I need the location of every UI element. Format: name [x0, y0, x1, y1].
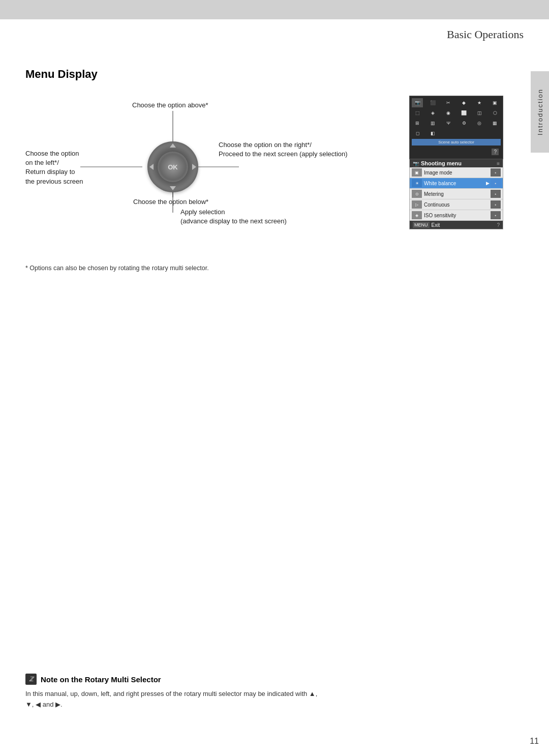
camera-icon: 📷	[412, 98, 423, 107]
introduction-tab: Introduction	[531, 71, 549, 153]
label-above: Choose the option above*	[132, 101, 208, 110]
white-balance-arrow: ▶	[486, 181, 490, 186]
camera-menu-items: 📷 Shooting menu ≡ ▣ Image mode ▪ ☀ White…	[409, 159, 503, 229]
icon-row-4: ◻ ◧	[412, 129, 501, 138]
metering-icon: ⊙	[412, 190, 422, 198]
icon-16: ⚙	[459, 119, 470, 128]
label-below: Choose the option below*	[133, 197, 208, 207]
scene-auto-label: Scene auto selector	[412, 139, 501, 146]
icon-13: ⊞	[412, 119, 423, 128]
arrow-down-icon	[170, 186, 176, 190]
icon-14: ▥	[428, 119, 439, 128]
icon-17: ◎	[474, 119, 485, 128]
icon-19: ◻	[412, 129, 423, 138]
menu-header: 📷 Shooting menu ≡	[410, 159, 503, 167]
introduction-label: Introduction	[536, 89, 544, 135]
icon-21	[443, 129, 454, 138]
menu-item-iso: ◈ ISO sensitivity ▪	[410, 210, 503, 221]
menu-header-icon: 📷	[413, 161, 419, 166]
arrow-right-icon	[192, 164, 196, 170]
label-right: Choose the option on the right*/ Proceed…	[219, 140, 361, 159]
white-balance-label: White balance	[424, 181, 486, 186]
menu-item-continuous: ▷ Continuous ▪	[410, 199, 503, 210]
icon-12: ⬡	[490, 108, 501, 118]
iso-label: ISO sensitivity	[424, 213, 490, 218]
icon-4: ◆	[459, 98, 470, 107]
inner-ring: OK	[158, 152, 188, 182]
footnote: * Options can also be chosen by rotating…	[25, 264, 209, 273]
outer-ring: OK	[147, 141, 198, 192]
note-title-row: ℤ Note on the Rotary Multi Selector	[25, 674, 498, 685]
image-mode-val: ▪	[491, 168, 501, 177]
icon-24	[490, 129, 501, 138]
icon-18: ▦	[490, 119, 501, 128]
image-mode-label: Image mode	[424, 170, 490, 176]
iso-val: ▪	[491, 211, 501, 219]
icon-11: ◫	[474, 108, 485, 118]
icon-23	[474, 129, 485, 138]
ok-label: OK	[168, 163, 178, 171]
top-bar	[0, 0, 549, 19]
icon-6: ▣	[490, 98, 501, 107]
metering-label: Metering	[424, 191, 490, 197]
ok-button: OK	[147, 141, 198, 192]
icon-3: ✂	[443, 98, 454, 107]
label-apply: Apply selection (advance display to the …	[180, 208, 333, 226]
note-body: In this manual, up, down, left, and righ…	[25, 689, 498, 710]
menu-item-metering: ⊙ Metering ▪	[410, 189, 503, 199]
metering-val: ▪	[491, 190, 501, 198]
label-left: Choose the option on the left*/ Return d…	[25, 149, 122, 186]
menu-item-image-mode: ▣ Image mode ▪	[410, 167, 503, 178]
icon-8: ◈	[428, 108, 439, 118]
continuous-label: Continuous	[424, 202, 490, 208]
white-balance-val: ▪	[491, 179, 501, 187]
icon-7: ⬚	[412, 108, 423, 118]
arrow-up-icon	[170, 143, 176, 148]
page-number: 11	[530, 737, 539, 746]
icon-22	[459, 129, 470, 138]
white-balance-icon: ☀	[412, 179, 422, 187]
icon-15: Ψ	[443, 119, 454, 128]
icon-row-1: 📷 ⬛ ✂ ◆ ★ ▣	[412, 98, 501, 107]
page-content: Menu Display Choose the option above*	[25, 19, 524, 756]
menu-header-text: Shooting menu	[421, 160, 462, 166]
menu-exit-label: Exit	[432, 222, 440, 228]
note-section: ℤ Note on the Rotary Multi Selector In t…	[25, 674, 498, 710]
icon-5: ★	[474, 98, 485, 107]
iso-icon: ◈	[412, 211, 422, 219]
icon-2: ⬛	[428, 98, 439, 107]
icon-row-2: ⬚ ◈ ◉ ⬜ ◫ ⬡	[412, 108, 501, 118]
arrow-left-icon	[149, 164, 154, 170]
menu-exit-row: MENU Exit ?	[410, 221, 503, 229]
page-title: Menu Display	[25, 68, 98, 81]
note-icon: ℤ	[25, 674, 37, 685]
icon-10: ⬜	[459, 108, 470, 118]
menu-item-white-balance: ☀ White balance ▶ ▪	[410, 178, 503, 189]
exit-help-icon: ?	[497, 222, 500, 228]
icon-20: ◧	[428, 129, 439, 138]
camera-menu-screenshot: 📷 ⬛ ✂ ◆ ★ ▣ ⬚ ◈ ◉ ⬜ ◫ ⬡ ⊞ ▥ Ψ ⚙	[409, 96, 503, 229]
help-icon: ?	[492, 149, 499, 155]
continuous-icon: ▷	[412, 200, 422, 209]
continuous-val: ▪	[491, 200, 501, 209]
note-title: Note on the Rotary Multi Selector	[41, 675, 161, 684]
diagram-container: Choose the option above* OK Choose the o…	[25, 96, 412, 258]
camera-menu-icons: 📷 ⬛ ✂ ◆ ★ ▣ ⬚ ◈ ◉ ⬜ ◫ ⬡ ⊞ ▥ Ψ ⚙	[409, 96, 503, 159]
menu-header-decoration: ≡	[497, 161, 500, 166]
icon-row-3: ⊞ ▥ Ψ ⚙ ◎ ▦	[412, 119, 501, 128]
menu-exit-icon: MENU	[413, 222, 430, 228]
image-mode-icon: ▣	[412, 168, 422, 177]
icon-9: ◉	[443, 108, 454, 118]
